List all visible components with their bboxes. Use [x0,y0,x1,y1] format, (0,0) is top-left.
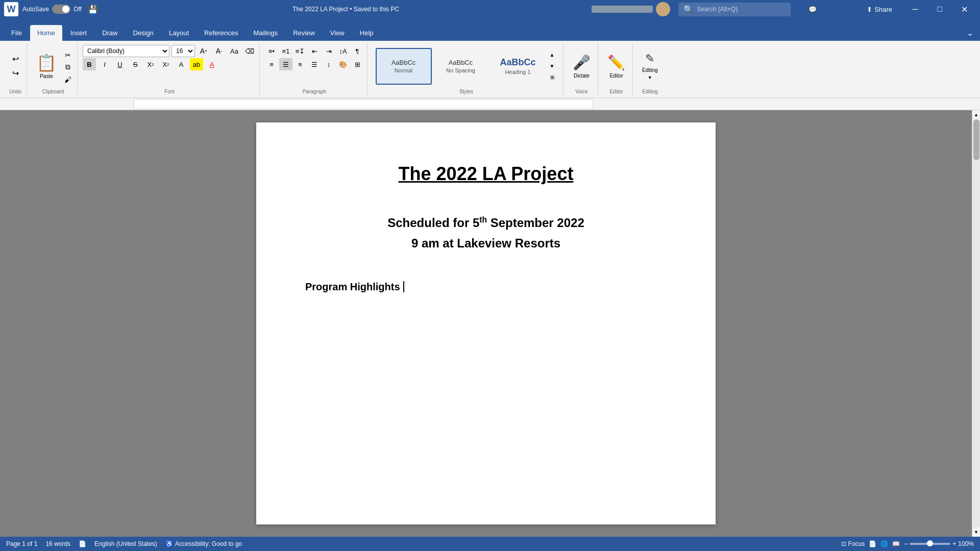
profile-name [592,6,653,13]
decrease-indent-button[interactable]: ⇤ [308,45,321,57]
line-spacing-button[interactable]: ↕ [322,58,335,70]
borders-button[interactable]: ⊞ [351,58,364,70]
undo-button[interactable]: ↩ [7,53,23,66]
editor-group-label: Editor [609,89,623,94]
document-body-line1: Program Highlights [305,281,667,293]
tab-references[interactable]: References [197,25,245,41]
tab-draw[interactable]: Draw [95,25,125,41]
editing-group-label: Editing [642,89,658,94]
underline-button[interactable]: U [113,58,127,70]
accessibility-icon: ♿ [165,540,173,547]
tab-help[interactable]: Help [353,25,381,41]
scroll-track[interactable] [973,119,980,528]
tab-file[interactable]: File [4,25,29,41]
style-no-spacing[interactable]: AaBbCc No Spacing [433,48,489,85]
cut-button[interactable]: ✂ [62,49,74,61]
text-effect-button[interactable]: A [175,58,188,70]
title-bar: W AutoSave Off 💾 The 2022 LA Project • S… [0,0,980,18]
numbering-button[interactable]: ≡1 [279,45,292,57]
proofing-status[interactable]: 📄 [79,540,86,547]
redo-button[interactable]: ↪ [7,67,23,80]
style-no-spacing-label: No Spacing [446,67,475,73]
show-formatting-button[interactable]: ¶ [351,45,364,57]
voice-group: 🎤 Dictate Voice [566,43,598,95]
document-canvas[interactable]: The 2022 LA Project Scheduled for 5th Se… [0,110,972,537]
style-heading1[interactable]: AaBbCc Heading 1 [490,48,546,85]
sort-button[interactable]: ↕A [336,45,350,57]
editor-group: ✏️ Editor Editor [600,43,633,95]
zoom-slider[interactable] [910,543,950,545]
tab-view[interactable]: View [323,25,352,41]
copy-button[interactable]: ⧉ [62,62,74,73]
format-painter-button[interactable]: 🖌 [62,74,74,85]
dictate-button[interactable]: 🎤 Dictate [569,51,595,82]
tab-home[interactable]: Home [30,25,62,41]
immersive-icon: 📖 [892,540,900,547]
font-grow-button[interactable]: A+ [197,45,210,57]
zoom-out-button[interactable]: − [904,540,908,547]
bullets-button[interactable]: ≡• [265,45,278,57]
change-case-button[interactable]: Aa [228,45,241,57]
clear-format-button[interactable]: ⌫ [243,45,256,57]
font-color-button[interactable]: A [205,58,218,70]
styles-down-button[interactable]: ▼ [547,61,557,71]
paste-label: Paste [40,73,53,79]
increase-indent-button[interactable]: ⇥ [322,45,335,57]
zoom-in-button[interactable]: + [952,540,956,547]
voice-group-label: Voice [575,89,587,94]
zoom-level[interactable]: 100% [958,540,974,547]
save-button[interactable]: 💾 [86,4,100,15]
main-area: The 2022 LA Project Scheduled for 5th Se… [0,110,980,537]
editing-button[interactable]: ✎ Editing ▼ [638,49,662,83]
align-left-button[interactable]: ≡ [265,58,278,70]
paste-button[interactable]: 📋 Paste [32,53,61,79]
immersive-reader-button[interactable]: 📖 [892,540,900,547]
clipboard-group-label: Clipboard [42,89,64,94]
subscript-button[interactable]: X2 [144,58,157,70]
italic-button[interactable]: I [98,58,111,70]
share-button[interactable]: ⬆ Share [860,4,899,15]
align-right-button[interactable]: ≡ [293,58,307,70]
avatar[interactable] [656,2,670,16]
editor-button[interactable]: ✏️ Editor [603,51,629,82]
scroll-up-button[interactable]: ▲ [973,111,980,118]
superscript-button[interactable]: X2 [159,58,173,70]
font-shrink-button[interactable]: A- [212,45,226,57]
undo-group-label: Undo [9,89,21,94]
highlight-button[interactable]: ab [190,58,203,70]
accessibility-status[interactable]: ♿ Accessibility: Good to go [165,540,242,547]
focus-button[interactable]: ⊡ Focus [841,540,865,547]
autosave-state: Off [74,6,82,13]
styles-up-button[interactable]: ▲ [547,50,557,60]
vertical-scrollbar[interactable]: ▲ ▼ [972,110,980,537]
tab-mailings[interactable]: Mailings [247,25,285,41]
style-normal[interactable]: AaBbCc Normal [376,48,432,85]
font-family-select[interactable]: Calibri (Body) [83,45,169,57]
maximize-button[interactable]: □ [928,1,951,17]
multilevel-button[interactable]: ≡↧ [293,45,307,57]
minimize-button[interactable]: ─ [903,1,927,17]
autosave-toggle[interactable] [52,5,70,14]
scroll-down-button[interactable]: ▼ [973,529,980,536]
close-button[interactable]: ✕ [952,1,976,17]
tab-insert[interactable]: Insert [63,25,94,41]
bold-button[interactable]: B [83,58,96,70]
print-layout-button[interactable]: 📄 [869,540,876,547]
comments-button[interactable]: 💬 Comments [803,3,856,16]
web-layout-button[interactable]: 🌐 [880,540,888,547]
tab-layout[interactable]: Layout [162,25,196,41]
language-status[interactable]: English (United States) [94,540,157,547]
search-bar[interactable]: 🔍 Search (Alt+Q) [678,3,791,16]
align-center-button[interactable]: ☰ [279,58,292,70]
tab-design[interactable]: Design [126,25,161,41]
word-count[interactable]: 16 words [45,540,70,547]
font-size-select[interactable]: 16 [172,45,195,57]
shading-button[interactable]: 🎨 [336,58,350,70]
tab-review[interactable]: Review [286,25,322,41]
strikethrough-button[interactable]: S [129,58,142,70]
styles-expand-button[interactable]: ⊞ [547,72,557,83]
page-info[interactable]: Page 1 of 1 [6,540,37,547]
ribbon-collapse-button[interactable]: ⌄ [964,27,976,39]
justify-button[interactable]: ☰ [308,58,321,70]
editing-chevron: ▼ [648,75,652,80]
